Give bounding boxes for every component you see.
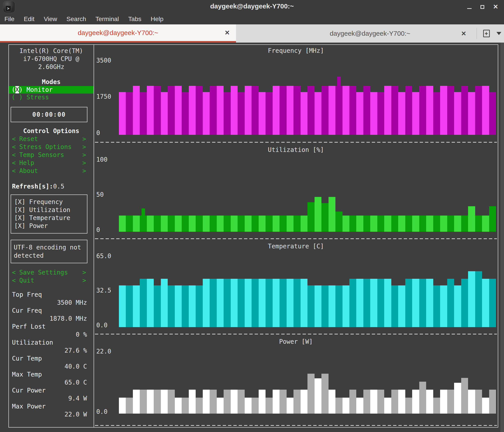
stui-frame: Intel(R) Core(TM) i7-6700HQ CPU @ 2.60GH… xyxy=(9,44,498,428)
chart-bar xyxy=(259,279,266,327)
chart-bar xyxy=(203,390,210,414)
toggle-power[interactable]: [X] Power xyxy=(14,222,87,230)
stat-value: 65.0 C xyxy=(9,379,94,387)
stui-sidebar: Intel(R) Core(TM) i7-6700HQ CPU @ 2.60GH… xyxy=(9,45,94,427)
chart-bar xyxy=(419,279,426,327)
chart-bar xyxy=(391,390,398,414)
chart-bar xyxy=(287,398,294,414)
scrollbar[interactable] xyxy=(500,43,504,432)
chart-bar xyxy=(189,285,196,327)
menu-view[interactable]: View xyxy=(44,16,57,23)
tab-close-icon[interactable]: ✕ xyxy=(225,29,230,36)
y-tick: 50 xyxy=(96,191,104,198)
maximize-icon[interactable] xyxy=(480,5,484,9)
toggle-utilization[interactable]: [X] Utilization xyxy=(14,206,87,214)
menu-terminal[interactable]: Terminal xyxy=(95,16,119,23)
menu-file[interactable]: File xyxy=(4,16,14,23)
chart-bar xyxy=(342,86,349,135)
chart-bar xyxy=(342,285,349,327)
chart-bar xyxy=(245,86,252,135)
mode-stress-radio[interactable]: ( ) Stress xyxy=(9,94,94,101)
chart-bar xyxy=(147,86,154,135)
chart-title: Power [W] xyxy=(94,337,498,346)
menu-help[interactable]: Help xyxy=(151,16,163,23)
chart-bar xyxy=(391,285,398,327)
close-icon[interactable]: ✕ xyxy=(493,4,498,10)
chart-bar xyxy=(307,202,314,232)
chart-bar xyxy=(161,390,168,414)
mode-label: Monitor xyxy=(27,86,53,93)
chart-bar xyxy=(133,390,140,414)
chart-bar xyxy=(419,86,426,135)
tab-active[interactable]: daygeek@daygeek-Y700:~ ✕ xyxy=(0,24,236,43)
new-tab-icon[interactable]: + xyxy=(483,30,490,37)
chart-bar xyxy=(259,92,266,135)
toggle-frequency[interactable]: [X] Frequency xyxy=(14,198,87,206)
chart-bar xyxy=(168,285,175,327)
chart-bar xyxy=(377,390,384,414)
chart-bar xyxy=(210,279,216,327)
chart-bar xyxy=(140,390,147,414)
minimize-icon[interactable] xyxy=(467,8,472,9)
y-tick: 100 xyxy=(96,156,108,163)
stress-options-button[interactable]: <Stress Options> xyxy=(9,143,94,151)
chart-bar xyxy=(412,390,419,414)
chart-bar xyxy=(259,216,266,232)
stat-value: 1878.0 MHz xyxy=(9,315,94,323)
stat-label: Top Freq xyxy=(9,291,94,299)
toggle-temperature[interactable]: [X] Temperature xyxy=(14,214,87,222)
chart-bar xyxy=(363,86,370,135)
chart-bar-spike xyxy=(337,77,341,135)
about-button[interactable]: <About> xyxy=(9,167,94,175)
chart-bar xyxy=(217,398,224,414)
chart-bar xyxy=(433,216,440,232)
temp-sensors-button[interactable]: <Temp Sensors> xyxy=(9,151,94,159)
y-tick: 32.5 xyxy=(96,287,111,294)
quit-button[interactable]: <Quit> xyxy=(9,277,94,284)
help-button[interactable]: <Help> xyxy=(9,159,94,167)
menu-edit[interactable]: Edit xyxy=(24,16,34,23)
refresh-value[interactable]: 0.5 xyxy=(53,183,64,190)
menu-search[interactable]: Search xyxy=(67,16,86,23)
chart-bar xyxy=(329,285,335,327)
refresh-label: Refresh[s]: xyxy=(12,183,53,190)
tab-list-dropdown-icon[interactable] xyxy=(496,32,501,35)
chart-bar xyxy=(279,390,286,414)
chart-bar xyxy=(175,86,182,135)
titlebar: > daygeek@daygeek-Y700:~ ✕ xyxy=(0,0,504,14)
chart-bar xyxy=(196,216,203,232)
chart-bar xyxy=(119,398,126,414)
chart-bar xyxy=(252,398,258,414)
chart-bar xyxy=(489,279,496,327)
chart-bar xyxy=(475,216,482,232)
chart-bar xyxy=(475,86,482,135)
chart-bar xyxy=(482,86,489,135)
window-title: daygeek@daygeek-Y700:~ xyxy=(0,0,504,14)
chart-bar xyxy=(279,279,286,327)
chart-bar xyxy=(224,216,231,232)
tab-inactive[interactable]: daygeek@daygeek-Y700:~ ✕ + xyxy=(236,24,504,43)
chart-bar xyxy=(398,92,405,135)
tab-close-icon[interactable]: ✕ xyxy=(461,30,466,37)
chart-bar xyxy=(349,86,356,135)
chart-bar xyxy=(154,285,161,327)
modes-heading: Modes xyxy=(9,78,94,86)
chart-bar xyxy=(468,390,475,414)
stat-label: Max Power xyxy=(9,403,94,411)
chart-bar xyxy=(307,285,314,327)
chart-bar xyxy=(259,390,266,414)
stat-value: 3500 MHz xyxy=(9,299,94,307)
mode-monitor-radio[interactable]: (X) Monitor xyxy=(9,86,94,94)
stat-value: 22.0 W xyxy=(9,411,94,418)
chart-bar xyxy=(405,86,412,135)
chart-bar xyxy=(238,390,244,414)
chart-bar xyxy=(224,279,231,327)
chart-bar xyxy=(119,285,126,327)
save-settings-button[interactable]: <Save Settings> xyxy=(9,269,94,277)
chart-bar xyxy=(307,374,314,414)
chart-bar xyxy=(329,86,335,135)
actions-section: <Save Settings> <Quit> xyxy=(9,269,94,284)
menu-tabs[interactable]: Tabs xyxy=(128,16,141,23)
reset-button[interactable]: <Reset> xyxy=(9,135,94,143)
chart-bar xyxy=(301,216,307,232)
